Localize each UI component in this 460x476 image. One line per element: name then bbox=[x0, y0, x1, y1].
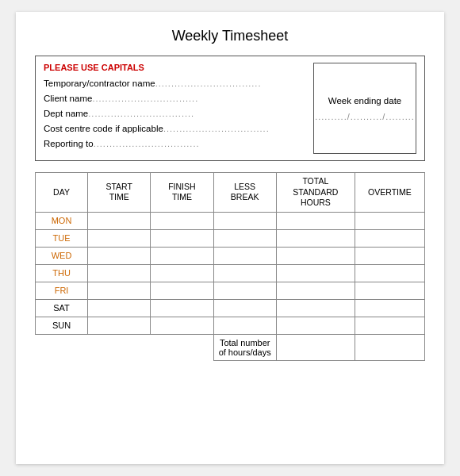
table-row: SAT bbox=[36, 299, 425, 317]
header-overtime: OVERTIME bbox=[355, 173, 424, 213]
wed-total[interactable] bbox=[276, 247, 355, 264]
info-box: PLEASE USE CAPITALS Temporary/contractor… bbox=[35, 56, 425, 161]
fri-total[interactable] bbox=[276, 282, 355, 299]
table-row: WED bbox=[36, 247, 425, 264]
timesheet-page: Weekly Timesheet PLEASE USE CAPITALS Tem… bbox=[16, 12, 444, 464]
mon-total[interactable] bbox=[276, 212, 355, 229]
info-header: PLEASE USE CAPITALS bbox=[44, 63, 305, 72]
sun-finish[interactable] bbox=[151, 317, 213, 334]
contractor-label: Temporary/contractor name bbox=[44, 79, 155, 88]
header-total: TOTALSTANDARDHOURS bbox=[276, 173, 355, 213]
fri-overtime[interactable] bbox=[355, 282, 424, 299]
header-day: DAY bbox=[36, 173, 88, 213]
thu-less[interactable] bbox=[213, 264, 276, 282]
total-overtime-value[interactable] bbox=[355, 334, 424, 360]
header-start: STARTTIME bbox=[88, 173, 151, 213]
page-title: Weekly Timesheet bbox=[35, 28, 425, 44]
wed-less[interactable] bbox=[213, 247, 276, 264]
tue-start[interactable] bbox=[88, 229, 151, 247]
table-row: FRI bbox=[36, 282, 425, 299]
sun-total[interactable] bbox=[276, 317, 355, 334]
wed-start[interactable] bbox=[88, 247, 151, 264]
dept-dots: ................................. bbox=[88, 109, 194, 118]
sat-start[interactable] bbox=[88, 299, 151, 317]
fri-less[interactable] bbox=[213, 282, 276, 299]
fri-finish[interactable] bbox=[151, 282, 213, 299]
sat-overtime[interactable] bbox=[355, 299, 424, 317]
field-cost: Cost centre code if applicable .........… bbox=[44, 124, 305, 133]
table-row: THU bbox=[36, 264, 425, 282]
sun-less[interactable] bbox=[213, 317, 276, 334]
thu-total[interactable] bbox=[276, 264, 355, 282]
thu-finish[interactable] bbox=[151, 264, 213, 282]
tue-finish[interactable] bbox=[151, 229, 213, 247]
total-empty-left bbox=[36, 334, 214, 360]
table-row: TUE bbox=[36, 229, 425, 247]
week-ending-value: ........../........../......... bbox=[315, 112, 415, 121]
thu-overtime[interactable] bbox=[355, 264, 424, 282]
day-sun: SUN bbox=[36, 317, 88, 334]
day-sat: SAT bbox=[36, 299, 88, 317]
field-contractor: Temporary/contractor name ..............… bbox=[44, 79, 305, 88]
header-finish: FINISHTIME bbox=[151, 173, 213, 213]
week-ending-box: Week ending date ........../........../.… bbox=[313, 63, 416, 154]
sat-total[interactable] bbox=[276, 299, 355, 317]
sat-less[interactable] bbox=[213, 299, 276, 317]
total-hours-label: Total number of hours/days bbox=[213, 334, 276, 360]
thu-start[interactable] bbox=[88, 264, 151, 282]
cost-label: Cost centre code if applicable bbox=[44, 124, 163, 133]
sun-start[interactable] bbox=[88, 317, 151, 334]
tue-overtime[interactable] bbox=[355, 229, 424, 247]
field-client: Client name ............................… bbox=[44, 94, 305, 103]
total-row: Total number of hours/days bbox=[36, 334, 425, 360]
header-less: LESSBREAK bbox=[213, 173, 276, 213]
client-dots: ................................. bbox=[92, 94, 198, 103]
day-mon: MON bbox=[36, 212, 88, 229]
day-tue: TUE bbox=[36, 229, 88, 247]
cost-dots: ................................. bbox=[163, 124, 270, 133]
reporting-label: Reporting to bbox=[44, 139, 94, 148]
field-reporting: Reporting to ...........................… bbox=[44, 139, 305, 148]
reporting-dots: ................................. bbox=[94, 139, 200, 148]
sun-overtime[interactable] bbox=[355, 317, 424, 334]
mon-overtime[interactable] bbox=[355, 212, 424, 229]
fri-start[interactable] bbox=[88, 282, 151, 299]
client-label: Client name bbox=[44, 94, 92, 103]
day-thu: THU bbox=[36, 264, 88, 282]
wed-finish[interactable] bbox=[151, 247, 213, 264]
timesheet-table: DAY STARTTIME FINISHTIME LESSBREAK TOTAL… bbox=[35, 172, 425, 361]
tue-less[interactable] bbox=[213, 229, 276, 247]
week-ending-label: Week ending date bbox=[328, 96, 402, 106]
tue-total[interactable] bbox=[276, 229, 355, 247]
day-fri: FRI bbox=[36, 282, 88, 299]
dept-label: Dept name bbox=[44, 109, 88, 118]
day-wed: WED bbox=[36, 247, 88, 264]
contractor-dots: ................................. bbox=[155, 79, 262, 88]
total-hours-value[interactable] bbox=[276, 334, 355, 360]
table-row: MON bbox=[36, 212, 425, 229]
wed-overtime[interactable] bbox=[355, 247, 424, 264]
field-dept: Dept name ..............................… bbox=[44, 109, 305, 118]
mon-start[interactable] bbox=[88, 212, 151, 229]
table-row: SUN bbox=[36, 317, 425, 334]
mon-less[interactable] bbox=[213, 212, 276, 229]
info-left: PLEASE USE CAPITALS Temporary/contractor… bbox=[44, 63, 305, 154]
sat-finish[interactable] bbox=[151, 299, 213, 317]
mon-finish[interactable] bbox=[151, 212, 213, 229]
